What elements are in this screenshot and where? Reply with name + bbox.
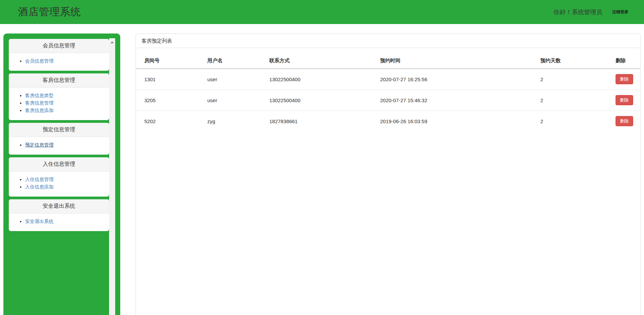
delete-button[interactable]: 删除 xyxy=(616,95,633,105)
table-row: 3205user130225004002020-07-27 15:46:322删… xyxy=(136,90,640,111)
cell-actions: 删除 xyxy=(615,111,640,132)
cell-time: 2020-07-27 16:25:56 xyxy=(377,69,538,90)
section-link-list: 预定信息管理 xyxy=(9,141,109,149)
list-item: 预定信息管理 xyxy=(25,141,109,149)
section-link-list: 会员信息管理 xyxy=(9,57,109,65)
cell-room: 1301 xyxy=(136,69,205,90)
cell-username: zyg xyxy=(205,111,267,132)
logout-link[interactable]: 注销登录 xyxy=(612,9,628,15)
cell-username: user xyxy=(205,69,267,90)
section-title: 入住信息管理 xyxy=(9,157,109,172)
delete-button[interactable]: 删除 xyxy=(616,116,633,126)
sidebar: 会员信息管理会员信息管理客房信息管理客房信息类型客房信息管理客房信息添加预定信息… xyxy=(3,33,120,315)
sidebar-scrollbar[interactable] xyxy=(109,38,115,315)
section-title: 会员信息管理 xyxy=(9,39,109,53)
list-item: 会员信息管理 xyxy=(25,57,109,65)
app-title: 酒店管理系统 xyxy=(18,5,81,19)
user-greeting: 你好！系统管理员 xyxy=(554,8,602,16)
sidebar-menu: 会员信息管理会员信息管理客房信息管理客房信息类型客房信息管理客房信息添加预定信息… xyxy=(9,39,109,234)
cell-actions: 删除 xyxy=(615,69,640,90)
cell-actions: 删除 xyxy=(615,90,640,111)
sidebar-section: 预定信息管理预定信息管理 xyxy=(9,123,109,155)
sidebar-item-link[interactable]: 会员信息管理 xyxy=(25,58,54,64)
column-header: 用户名 xyxy=(205,48,267,69)
sidebar-item-link[interactable]: 客房信息类型 xyxy=(25,93,54,98)
scroll-up-arrow-icon[interactable] xyxy=(110,41,114,43)
section-body: 会员信息管理 xyxy=(9,53,109,71)
sidebar-item-link[interactable]: 入住信息管理 xyxy=(25,177,54,182)
delete-button[interactable]: 删除 xyxy=(616,74,633,84)
sidebar-section: 客房信息管理客房信息类型客房信息管理客房信息添加 xyxy=(9,73,109,120)
cell-room: 3205 xyxy=(136,90,205,111)
section-title: 客房信息管理 xyxy=(9,73,109,88)
cell-days: 2 xyxy=(538,90,615,111)
cell-room: 5202 xyxy=(136,111,205,132)
cell-contact: 1827838661 xyxy=(267,111,377,132)
cell-time: 2019-06-26 16:03:59 xyxy=(377,111,538,132)
section-title: 安全退出系统 xyxy=(9,199,109,213)
app-header: 酒店管理系统 你好！系统管理员 注销登录 xyxy=(0,0,644,24)
list-item: 入住信息管理 xyxy=(25,176,109,183)
list-item: 安全退出系统 xyxy=(25,218,109,225)
column-header: 联系方式 xyxy=(267,48,377,69)
table-row: 1301user130225004002020-07-27 16:25:562删… xyxy=(136,69,640,90)
cell-contact: 13022500400 xyxy=(267,69,377,90)
sidebar-section: 会员信息管理会员信息管理 xyxy=(9,39,109,71)
cell-contact: 13022500400 xyxy=(267,90,377,111)
section-body: 入住信息管理入住信息添加 xyxy=(9,172,109,197)
cell-days: 2 xyxy=(538,111,615,132)
section-link-list: 安全退出系统 xyxy=(9,218,109,225)
section-body: 安全退出系统 xyxy=(9,213,109,231)
table-row: 5202zyg18278386612019-06-26 16:03:592删除 xyxy=(136,111,640,132)
section-link-list: 客房信息类型客房信息管理客房信息添加 xyxy=(9,92,109,114)
column-header: 预约时间 xyxy=(377,48,538,69)
list-item: 客房信息添加 xyxy=(25,107,109,114)
cell-days: 2 xyxy=(538,69,615,90)
table-header-row: 房间号用户名联系方式预约时间预约天数删除 xyxy=(136,48,640,69)
section-link-list: 入住信息管理入住信息添加 xyxy=(9,176,109,190)
panel-title: 客房预定列表 xyxy=(136,34,640,48)
sidebar-item-link[interactable]: 预定信息管理 xyxy=(25,142,54,148)
cell-username: user xyxy=(205,90,267,111)
section-body: 客房信息类型客房信息管理客房信息添加 xyxy=(9,88,109,120)
sidebar-item-link[interactable]: 客房信息添加 xyxy=(25,108,54,113)
reservation-panel: 客房预定列表 房间号用户名联系方式预约时间预约天数删除 1301user1302… xyxy=(136,33,641,315)
column-header: 删除 xyxy=(615,48,640,69)
section-body: 预定信息管理 xyxy=(9,137,109,155)
reservation-table: 房间号用户名联系方式预约时间预约天数删除 1301user13022500400… xyxy=(136,48,640,132)
header-user-area: 你好！系统管理员 注销登录 xyxy=(554,0,628,24)
sidebar-item-link[interactable]: 安全退出系统 xyxy=(25,219,54,224)
section-title: 预定信息管理 xyxy=(9,123,109,137)
sidebar-item-link[interactable]: 客房信息管理 xyxy=(25,100,54,106)
sidebar-section: 安全退出系统安全退出系统 xyxy=(9,199,109,231)
cell-time: 2020-07-27 15:46:32 xyxy=(377,90,538,111)
sidebar-item-link[interactable]: 入住信息添加 xyxy=(25,184,54,189)
column-header: 预约天数 xyxy=(538,48,615,69)
list-item: 客房信息管理 xyxy=(25,99,109,107)
list-item: 客房信息类型 xyxy=(25,92,109,99)
column-header: 房间号 xyxy=(136,48,205,69)
list-item: 入住信息添加 xyxy=(25,183,109,190)
sidebar-section: 入住信息管理入住信息管理入住信息添加 xyxy=(9,157,109,197)
